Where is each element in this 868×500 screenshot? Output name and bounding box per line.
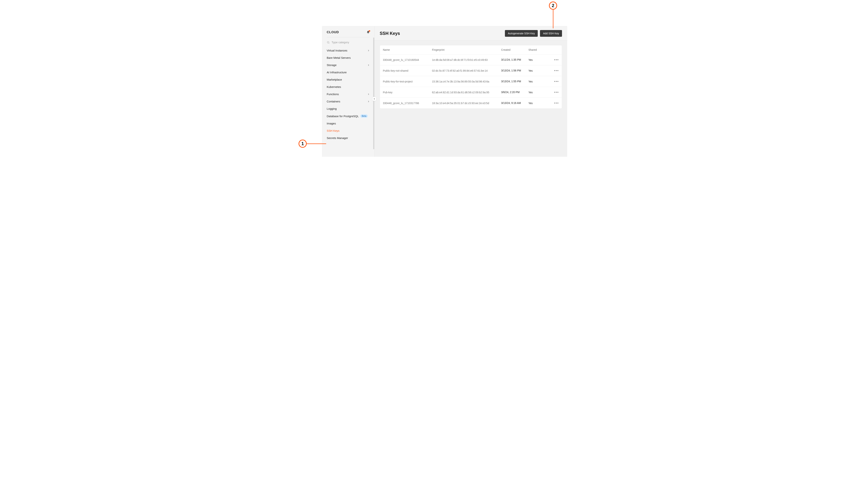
svg-line-1	[329, 43, 329, 44]
annotation-2-leader	[553, 10, 553, 29]
sidebar-item-label: Secrets Manager	[327, 136, 348, 139]
sidebar-item-virtual-instances[interactable]: Virtual Instances	[324, 47, 372, 54]
cell-created: 3/13/24, 1:56 PM	[498, 65, 525, 76]
sidebar-item-label: Functions	[327, 92, 339, 96]
brand-title: CLOUD	[327, 31, 339, 34]
main-panel: SSH Keys Autogenerate SSH Key Add SSH Ke…	[375, 26, 567, 157]
cell-fingerprint: 15:36:1a:c4:7e:3b:13:9a:56:89:55:0a:5d:9…	[429, 76, 498, 87]
cell-actions: •••	[547, 98, 562, 109]
cell-actions: •••	[547, 65, 562, 76]
svg-point-0	[327, 41, 329, 43]
cell-name: 330448_gcore_lu_1710317786	[380, 98, 429, 109]
sidebar-search[interactable]	[322, 41, 374, 46]
sidebar-item-ssh-keys[interactable]: SSH Keys	[324, 127, 372, 134]
sidebar-item-label: AI Infrastructure	[327, 71, 347, 74]
beta-badge: Beta	[360, 114, 368, 118]
cell-name: Public-key-not-shared	[380, 65, 429, 76]
ssh-keys-table: Name Fingerprint Created Shared 330448_g…	[380, 45, 562, 109]
topbar: SSH Keys Autogenerate SSH Key Add SSH Ke…	[375, 26, 567, 41]
chevron-right-icon	[367, 93, 370, 95]
cell-name: 330448_gcore_lu_1710160544	[380, 55, 429, 65]
sidebar-nav: Virtual InstancesBare Metal ServersStora…	[322, 46, 374, 143]
cell-created: 3/13/24, 1:55 PM	[498, 76, 525, 87]
cell-created: 3/13/24, 9:16 AM	[498, 98, 525, 109]
annotation-1: 1	[298, 139, 307, 148]
sidebar-item-label: SSH Keys	[327, 129, 339, 132]
sidebar-item-logging[interactable]: Logging	[324, 105, 372, 112]
notification-dot	[369, 30, 370, 32]
sidebar-item-bare-metal-servers[interactable]: Bare Metal Servers	[324, 54, 372, 61]
ssh-keys-table-card: Name Fingerprint Created Shared 330448_g…	[380, 45, 562, 109]
cell-shared: Yes	[525, 87, 547, 98]
sidebar-item-images[interactable]: Images	[324, 120, 372, 127]
chevron-left-icon	[373, 98, 375, 100]
search-icon	[327, 41, 330, 44]
cell-shared: Yes	[525, 55, 547, 65]
sidebar-item-label: Kubernetes	[327, 85, 341, 89]
autogenerate-ssh-key-button[interactable]: Autogenerate SSH Key	[505, 30, 538, 37]
annotation-2: 2	[549, 1, 557, 10]
cell-shared: Yes	[525, 65, 547, 76]
app-window: CLOUD Virtual InstancesBare Metal Server…	[322, 26, 567, 157]
annotation-1-label: 1	[301, 141, 304, 146]
table-row[interactable]: 330448_gcore_lu_17101605441e:db:da:5d:08…	[380, 55, 562, 65]
sidebar-item-secrets-manager[interactable]: Secrets Manager	[324, 134, 372, 141]
sidebar-collapse-toggle[interactable]	[372, 97, 376, 101]
sidebar: CLOUD Virtual InstancesBare Metal Server…	[322, 26, 375, 157]
sidebar-item-label: Marketplace	[327, 78, 342, 81]
row-actions-menu-icon[interactable]: •••	[554, 69, 559, 72]
row-actions-menu-icon[interactable]: •••	[554, 79, 559, 83]
annotation-2-label: 2	[552, 3, 554, 8]
annotation-1-leader	[307, 144, 326, 144]
cell-actions: •••	[547, 76, 562, 87]
table-row[interactable]: Public-key-not-shared02:dc:5c:87:73:4f:9…	[380, 65, 562, 76]
cell-created: 3/11/24, 1:35 PM	[498, 55, 525, 65]
cell-fingerprint: 18:3a:10:e4:d4:5a:35:01:b7:dc:c5:93:ee:2…	[429, 98, 498, 109]
column-header-actions	[547, 45, 562, 55]
sidebar-item-label: Bare Metal Servers	[327, 56, 351, 59]
sidebar-scrollbar[interactable]	[373, 37, 374, 149]
row-actions-menu-icon[interactable]: •••	[554, 101, 559, 105]
chevron-right-icon	[367, 49, 370, 52]
cell-name: Public-key-for-test-project	[380, 76, 429, 87]
sidebar-item-containers[interactable]: Containers	[324, 98, 372, 105]
search-input[interactable]	[332, 41, 370, 44]
row-actions-menu-icon[interactable]: •••	[554, 90, 559, 94]
column-header-fingerprint[interactable]: Fingerprint	[429, 45, 498, 55]
cell-created: 3/6/24, 2:20 PM	[498, 87, 525, 98]
sidebar-item-label: Database for PostgreSQL	[327, 115, 359, 118]
sidebar-item-storage[interactable]: Storage	[324, 61, 372, 69]
sidebar-item-ai-infrastructure[interactable]: AI Infrastructure	[324, 69, 372, 76]
sidebar-item-label: Virtual Instances	[327, 49, 347, 52]
sidebar-item-database-for-postgresql[interactable]: Database for PostgreSQLBeta	[324, 112, 372, 120]
cell-shared: Yes	[525, 76, 547, 87]
chevron-right-icon	[367, 100, 370, 103]
sidebar-item-label: Logging	[327, 107, 336, 110]
table-row[interactable]: Public-key-for-test-project15:36:1a:c4:7…	[380, 76, 562, 87]
page-title: SSH Keys	[380, 31, 400, 36]
cell-fingerprint: 1e:db:da:5d:08:a7:db:dc:bf:71:f3:b1:e5:c…	[429, 55, 498, 65]
table-row[interactable]: 330448_gcore_lu_171031778618:3a:10:e4:d4…	[380, 98, 562, 109]
sidebar-item-label: Containers	[327, 100, 340, 103]
sidebar-item-functions[interactable]: Functions	[324, 90, 372, 98]
notifications-bell-icon[interactable]	[366, 31, 370, 34]
chevron-right-icon	[367, 64, 370, 66]
sidebar-item-kubernetes[interactable]: Kubernetes	[324, 83, 372, 90]
cell-shared: Yes	[525, 98, 547, 109]
sidebar-item-label: Images	[327, 122, 336, 125]
cell-actions: •••	[547, 55, 562, 65]
sidebar-item-label: Storage	[327, 64, 336, 67]
cell-fingerprint: 62:ab:e4:82:d1:1d:93:da:61:d6:56:c2:09:b…	[429, 87, 498, 98]
add-ssh-key-button[interactable]: Add SSH Key	[540, 30, 562, 37]
cell-actions: •••	[547, 87, 562, 98]
sidebar-divider	[327, 37, 370, 37]
row-actions-menu-icon[interactable]: •••	[554, 58, 559, 61]
table-row[interactable]: Pub-key62:ab:e4:82:d1:1d:93:da:61:d6:56:…	[380, 87, 562, 98]
cell-fingerprint: 02:dc:5c:87:73:4f:92:a0:f1:99:84:e6:57:6…	[429, 65, 498, 76]
sidebar-item-marketplace[interactable]: Marketplace	[324, 76, 372, 83]
column-header-created[interactable]: Created	[498, 45, 525, 55]
cell-name: Pub-key	[380, 87, 429, 98]
column-header-name[interactable]: Name	[380, 45, 429, 55]
column-header-shared[interactable]: Shared	[525, 45, 547, 55]
